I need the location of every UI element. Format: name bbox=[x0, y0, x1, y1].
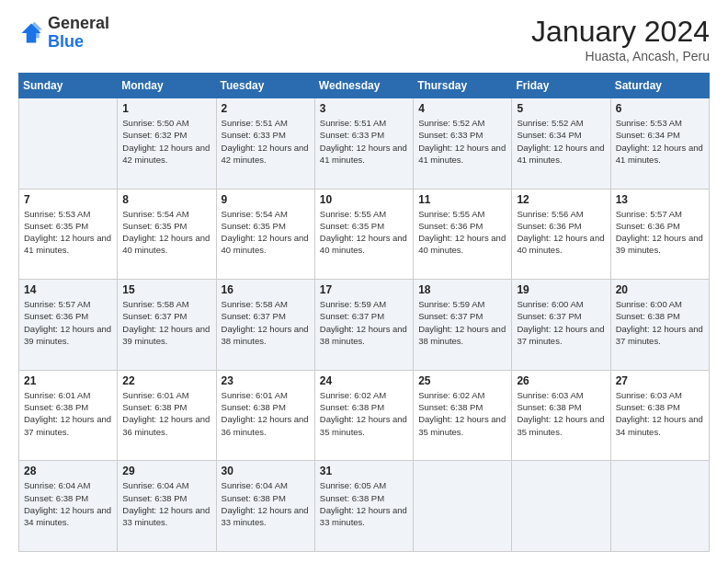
day-number: 13 bbox=[616, 193, 704, 206]
table-row: 31Sunrise: 6:05 AMSunset: 6:38 PMDayligh… bbox=[314, 461, 413, 552]
day-number: 14 bbox=[24, 283, 112, 296]
table-row: 26Sunrise: 6:03 AMSunset: 6:38 PMDayligh… bbox=[512, 370, 610, 461]
table-row: 6Sunrise: 5:53 AMSunset: 6:34 PMDaylight… bbox=[610, 98, 709, 190]
day-info: Sunrise: 5:55 AMSunset: 6:36 PMDaylight:… bbox=[418, 208, 506, 257]
day-info: Sunrise: 5:56 AMSunset: 6:36 PMDaylight:… bbox=[517, 208, 605, 257]
day-info: Sunrise: 6:04 AMSunset: 6:38 PMDaylight:… bbox=[222, 479, 310, 528]
day-info: Sunrise: 5:59 AMSunset: 6:37 PMDaylight:… bbox=[320, 298, 408, 347]
table-row: 29Sunrise: 6:04 AMSunset: 6:38 PMDayligh… bbox=[118, 461, 216, 552]
day-info: Sunrise: 6:00 AMSunset: 6:37 PMDaylight:… bbox=[517, 298, 605, 347]
table-row: 19Sunrise: 6:00 AMSunset: 6:37 PMDayligh… bbox=[512, 280, 610, 371]
day-number: 8 bbox=[122, 193, 210, 206]
day-info: Sunrise: 5:51 AMSunset: 6:33 PMDaylight:… bbox=[222, 117, 310, 166]
table-row: 5Sunrise: 5:52 AMSunset: 6:34 PMDaylight… bbox=[512, 98, 610, 190]
day-info: Sunrise: 5:53 AMSunset: 6:34 PMDaylight:… bbox=[616, 117, 704, 166]
day-info: Sunrise: 5:54 AMSunset: 6:35 PMDaylight:… bbox=[122, 208, 210, 257]
table-row: 28Sunrise: 6:04 AMSunset: 6:38 PMDayligh… bbox=[19, 461, 118, 552]
day-number: 15 bbox=[122, 283, 210, 296]
table-row: 8Sunrise: 5:54 AMSunset: 6:35 PMDaylight… bbox=[118, 189, 216, 280]
day-info: Sunrise: 5:59 AMSunset: 6:37 PMDaylight:… bbox=[418, 298, 506, 347]
table-row: 11Sunrise: 5:55 AMSunset: 6:36 PMDayligh… bbox=[414, 189, 512, 280]
day-info: Sunrise: 6:02 AMSunset: 6:38 PMDaylight:… bbox=[320, 389, 408, 438]
day-info: Sunrise: 5:58 AMSunset: 6:37 PMDaylight:… bbox=[222, 298, 310, 347]
logo-blue: Blue bbox=[48, 32, 84, 51]
day-number: 9 bbox=[222, 193, 310, 206]
day-number: 30 bbox=[222, 465, 310, 477]
day-info: Sunrise: 6:01 AMSunset: 6:38 PMDaylight:… bbox=[24, 389, 112, 438]
day-number: 25 bbox=[418, 374, 506, 387]
day-number: 2 bbox=[222, 102, 310, 115]
table-row: 22Sunrise: 6:01 AMSunset: 6:38 PMDayligh… bbox=[118, 370, 216, 461]
day-info: Sunrise: 6:01 AMSunset: 6:38 PMDaylight:… bbox=[222, 389, 310, 438]
calendar-week-5: 28Sunrise: 6:04 AMSunset: 6:38 PMDayligh… bbox=[19, 461, 710, 552]
day-number: 28 bbox=[24, 465, 112, 477]
table-row: 4Sunrise: 5:52 AMSunset: 6:33 PMDaylight… bbox=[414, 98, 512, 190]
day-info: Sunrise: 6:05 AMSunset: 6:38 PMDaylight:… bbox=[320, 479, 408, 528]
day-number: 3 bbox=[320, 102, 408, 115]
day-info: Sunrise: 6:00 AMSunset: 6:38 PMDaylight:… bbox=[616, 298, 704, 347]
main-title: January 2024 bbox=[531, 15, 710, 49]
day-number: 20 bbox=[616, 283, 704, 296]
col-wednesday: Wednesday bbox=[314, 74, 413, 98]
table-row: 14Sunrise: 5:57 AMSunset: 6:36 PMDayligh… bbox=[19, 280, 118, 371]
table-row: 7Sunrise: 5:53 AMSunset: 6:35 PMDaylight… bbox=[19, 189, 118, 280]
col-monday: Monday bbox=[118, 74, 216, 98]
col-friday: Friday bbox=[512, 74, 610, 98]
table-row: 20Sunrise: 6:00 AMSunset: 6:38 PMDayligh… bbox=[610, 280, 709, 371]
calendar-week-1: 1Sunrise: 5:50 AMSunset: 6:32 PMDaylight… bbox=[19, 98, 710, 190]
logo: General Blue bbox=[18, 15, 109, 52]
col-thursday: Thursday bbox=[414, 74, 512, 98]
table-row: 12Sunrise: 5:56 AMSunset: 6:36 PMDayligh… bbox=[512, 189, 610, 280]
table-row: 24Sunrise: 6:02 AMSunset: 6:38 PMDayligh… bbox=[314, 370, 413, 461]
day-info: Sunrise: 6:04 AMSunset: 6:38 PMDaylight:… bbox=[24, 479, 112, 528]
table-row bbox=[512, 461, 610, 552]
table-row: 17Sunrise: 5:59 AMSunset: 6:37 PMDayligh… bbox=[314, 280, 413, 371]
table-row: 9Sunrise: 5:54 AMSunset: 6:35 PMDaylight… bbox=[216, 189, 314, 280]
day-info: Sunrise: 6:04 AMSunset: 6:38 PMDaylight:… bbox=[122, 479, 210, 528]
day-number: 24 bbox=[320, 374, 408, 387]
day-number: 31 bbox=[320, 465, 408, 477]
day-number: 23 bbox=[222, 374, 310, 387]
day-number: 26 bbox=[517, 374, 605, 387]
table-row: 15Sunrise: 5:58 AMSunset: 6:37 PMDayligh… bbox=[118, 280, 216, 371]
day-number: 11 bbox=[418, 193, 506, 206]
day-info: Sunrise: 5:57 AMSunset: 6:36 PMDaylight:… bbox=[24, 298, 112, 347]
table-row: 30Sunrise: 6:04 AMSunset: 6:38 PMDayligh… bbox=[216, 461, 314, 552]
title-block: January 2024 Huasta, Ancash, Peru bbox=[531, 15, 710, 63]
day-info: Sunrise: 5:51 AMSunset: 6:33 PMDaylight:… bbox=[320, 117, 408, 166]
day-info: Sunrise: 6:03 AMSunset: 6:38 PMDaylight:… bbox=[517, 389, 605, 438]
table-row: 10Sunrise: 5:55 AMSunset: 6:35 PMDayligh… bbox=[314, 189, 413, 280]
day-number: 10 bbox=[320, 193, 408, 206]
table-row: 25Sunrise: 6:02 AMSunset: 6:38 PMDayligh… bbox=[414, 370, 512, 461]
logo-icon bbox=[18, 20, 44, 46]
day-info: Sunrise: 6:01 AMSunset: 6:38 PMDaylight:… bbox=[122, 389, 210, 438]
table-row: 13Sunrise: 5:57 AMSunset: 6:36 PMDayligh… bbox=[610, 189, 709, 280]
day-number: 4 bbox=[418, 102, 506, 115]
calendar-header-row: Sunday Monday Tuesday Wednesday Thursday… bbox=[19, 74, 710, 98]
day-number: 19 bbox=[517, 283, 605, 296]
header: General Blue January 2024 Huasta, Ancash… bbox=[18, 15, 710, 63]
day-info: Sunrise: 5:57 AMSunset: 6:36 PMDaylight:… bbox=[616, 208, 704, 257]
calendar-table: Sunday Monday Tuesday Wednesday Thursday… bbox=[18, 73, 710, 552]
day-number: 17 bbox=[320, 283, 408, 296]
page: General Blue January 2024 Huasta, Ancash… bbox=[0, 0, 728, 563]
day-info: Sunrise: 5:52 AMSunset: 6:33 PMDaylight:… bbox=[418, 117, 506, 166]
col-sunday: Sunday bbox=[19, 74, 118, 98]
table-row: 27Sunrise: 6:03 AMSunset: 6:38 PMDayligh… bbox=[610, 370, 709, 461]
day-number: 22 bbox=[122, 374, 210, 387]
day-info: Sunrise: 5:52 AMSunset: 6:34 PMDaylight:… bbox=[517, 117, 605, 166]
calendar-week-4: 21Sunrise: 6:01 AMSunset: 6:38 PMDayligh… bbox=[19, 370, 710, 461]
day-info: Sunrise: 6:02 AMSunset: 6:38 PMDaylight:… bbox=[418, 389, 506, 438]
calendar-week-2: 7Sunrise: 5:53 AMSunset: 6:35 PMDaylight… bbox=[19, 189, 710, 280]
day-number: 12 bbox=[517, 193, 605, 206]
day-number: 5 bbox=[517, 102, 605, 115]
day-number: 21 bbox=[24, 374, 112, 387]
day-info: Sunrise: 5:55 AMSunset: 6:35 PMDaylight:… bbox=[320, 208, 408, 257]
day-number: 27 bbox=[616, 374, 704, 387]
table-row bbox=[19, 98, 118, 190]
day-info: Sunrise: 6:03 AMSunset: 6:38 PMDaylight:… bbox=[616, 389, 704, 438]
table-row bbox=[414, 461, 512, 552]
table-row bbox=[610, 461, 709, 552]
day-number: 1 bbox=[122, 102, 210, 115]
subtitle: Huasta, Ancash, Peru bbox=[531, 49, 710, 63]
